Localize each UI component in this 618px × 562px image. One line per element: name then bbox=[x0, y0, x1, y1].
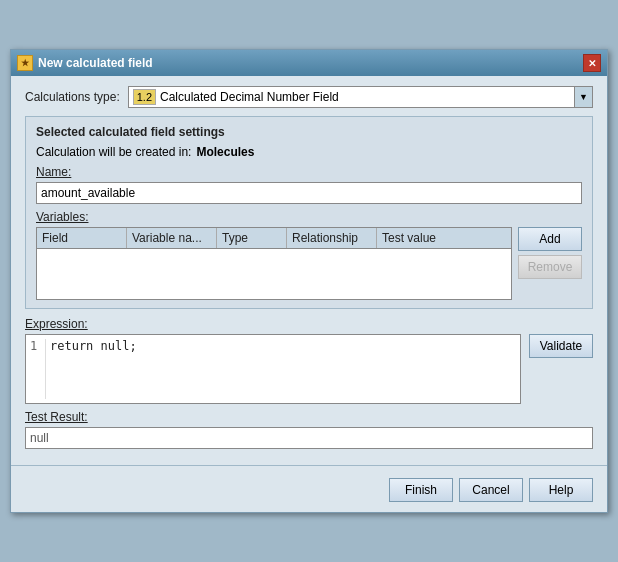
test-result-input[interactable] bbox=[25, 427, 593, 449]
calc-type-value: Calculated Decimal Number Field bbox=[160, 90, 588, 104]
calc-location-row: Calculation will be created in: Molecule… bbox=[36, 145, 582, 159]
remove-variable-button: Remove bbox=[518, 255, 582, 279]
finish-button[interactable]: Finish bbox=[389, 478, 453, 502]
section-title: Selected calculated field settings bbox=[36, 125, 582, 139]
variables-buttons: Add Remove bbox=[518, 227, 582, 279]
table-header: Field Variable na... Type Relationship T… bbox=[37, 228, 511, 249]
dialog-icon: ★ bbox=[17, 55, 33, 71]
dropdown-arrow[interactable]: ▼ bbox=[574, 87, 592, 107]
name-label: Name: bbox=[36, 165, 582, 179]
variables-label: Variables: bbox=[36, 210, 582, 224]
calc-type-icon: 1.2 bbox=[133, 89, 156, 105]
title-bar-left: ★ New calculated field bbox=[17, 55, 153, 71]
help-button[interactable]: Help bbox=[529, 478, 593, 502]
calc-type-label: Calculations type: bbox=[25, 90, 120, 104]
settings-section: Selected calculated field settings Calcu… bbox=[25, 116, 593, 309]
expression-row: 1 return null; Validate bbox=[25, 334, 593, 404]
line-numbers: 1 bbox=[26, 339, 46, 399]
cancel-button[interactable]: Cancel bbox=[459, 478, 523, 502]
expression-editor-box[interactable]: 1 return null; bbox=[25, 334, 521, 404]
test-result-section: Test Result: bbox=[25, 410, 593, 449]
col-type: Type bbox=[217, 228, 287, 248]
name-input[interactable] bbox=[36, 182, 582, 204]
variables-section: Variables: Field Variable na... Type Rel… bbox=[36, 210, 582, 300]
dialog-title: New calculated field bbox=[38, 56, 153, 70]
dialog-content: Calculations type: 1.2 Calculated Decima… bbox=[11, 76, 607, 465]
calc-type-row: Calculations type: 1.2 Calculated Decima… bbox=[25, 86, 593, 108]
variables-table-wrapper: Field Variable na... Type Relationship T… bbox=[36, 227, 582, 300]
creation-location: Molecules bbox=[196, 145, 254, 159]
col-varname: Variable na... bbox=[127, 228, 217, 248]
table-body bbox=[37, 249, 511, 299]
add-variable-button[interactable]: Add bbox=[518, 227, 582, 251]
code-text: return null; bbox=[50, 339, 137, 353]
new-calculated-field-dialog: ★ New calculated field ✕ Calculations ty… bbox=[10, 49, 608, 513]
col-testvalue: Test value bbox=[377, 228, 457, 248]
expression-label: Expression: bbox=[25, 317, 593, 331]
name-section: Name: bbox=[36, 165, 582, 204]
calc-type-dropdown[interactable]: 1.2 Calculated Decimal Number Field ▼ bbox=[128, 86, 593, 108]
expression-section: Expression: 1 return null; Validate bbox=[25, 317, 593, 404]
col-field: Field bbox=[37, 228, 127, 248]
footer-buttons: Finish Cancel Help bbox=[11, 470, 607, 512]
variables-table: Field Variable na... Type Relationship T… bbox=[36, 227, 512, 300]
footer-separator bbox=[11, 465, 607, 466]
creation-label: Calculation will be created in: bbox=[36, 145, 191, 159]
validate-button[interactable]: Validate bbox=[529, 334, 593, 358]
close-button[interactable]: ✕ bbox=[583, 54, 601, 72]
line-number-1: 1 bbox=[30, 339, 37, 353]
expression-code: return null; bbox=[46, 339, 141, 399]
col-relationship: Relationship bbox=[287, 228, 377, 248]
title-bar: ★ New calculated field ✕ bbox=[11, 50, 607, 76]
test-result-label: Test Result: bbox=[25, 410, 593, 424]
